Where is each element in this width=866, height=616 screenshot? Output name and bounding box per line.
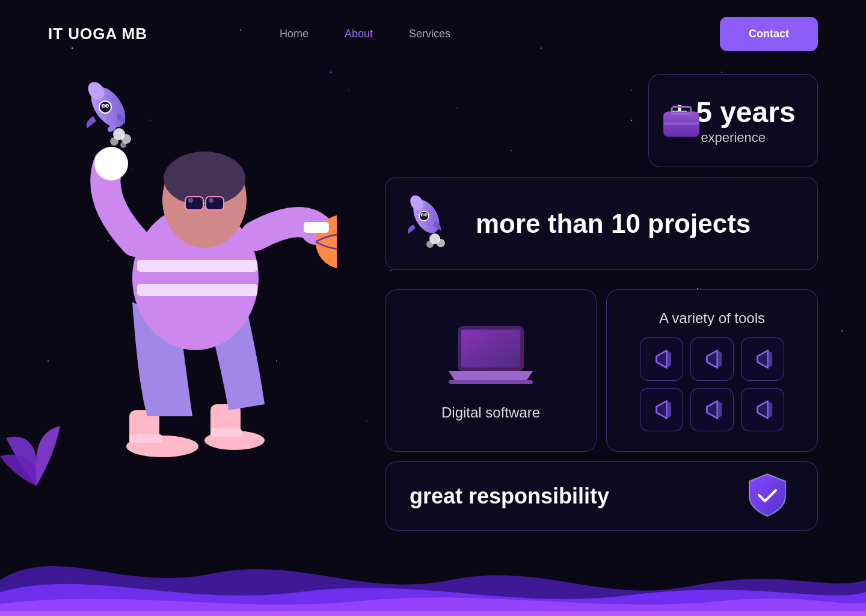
contact-button[interactable]: Contact — [720, 17, 818, 51]
shield-icon — [742, 469, 793, 523]
software-card: Digital software — [385, 289, 597, 452]
svg-point-57 — [164, 152, 245, 206]
projects-card: more than 10 projects — [385, 177, 818, 270]
svg-point-75 — [437, 239, 445, 247]
nav-about[interactable]: About — [345, 28, 373, 40]
svg-point-73 — [425, 214, 426, 215]
svg-rect-84 — [461, 330, 520, 368]
tool-icon-3[interactable] — [741, 337, 784, 381]
svg-rect-52 — [137, 284, 257, 296]
svg-rect-49 — [210, 404, 241, 443]
experience-card: + 5 years experience — [648, 74, 818, 167]
nav-home[interactable]: Home — [280, 28, 309, 40]
tool-icon-1[interactable] — [640, 337, 683, 381]
svg-rect-64 — [304, 222, 329, 233]
briefcase-icon — [659, 97, 704, 144]
nav-services[interactable]: Services — [409, 28, 450, 40]
svg-point-39 — [103, 105, 105, 107]
responsibility-text: great responsibility — [410, 484, 609, 509]
svg-point-61 — [188, 198, 193, 203]
svg-point-45 — [120, 142, 126, 148]
svg-rect-63 — [96, 159, 126, 170]
svg-rect-58 — [185, 197, 203, 210]
plant-decoration — [0, 366, 72, 488]
row-mid: Digital software A variety of tools — [385, 280, 818, 452]
svg-point-36 — [99, 101, 111, 113]
svg-point-69 — [419, 211, 429, 221]
software-label: Digital software — [441, 404, 540, 421]
svg-rect-65 — [129, 434, 162, 443]
svg-point-44 — [110, 137, 118, 146]
left-section — [48, 68, 385, 531]
nav-links: Home About Services — [280, 28, 450, 40]
tool-icon-6[interactable] — [741, 388, 784, 431]
svg-point-40 — [106, 105, 108, 107]
svg-rect-59 — [206, 197, 224, 210]
svg-rect-66 — [210, 428, 242, 437]
svg-rect-80 — [663, 122, 699, 125]
projects-text: more than 10 projects — [476, 209, 751, 239]
tools-icons-grid — [640, 337, 784, 431]
tool-icon-5[interactable] — [690, 388, 734, 431]
svg-rect-85 — [449, 380, 533, 384]
svg-rect-33 — [0, 611, 866, 616]
laptop-icon — [446, 320, 536, 395]
svg-point-76 — [426, 241, 434, 248]
row-bot: great responsibility — [385, 461, 818, 531]
main-content: more than 10 projects — [0, 68, 866, 531]
experience-sub: experience — [701, 130, 766, 146]
svg-point-72 — [422, 214, 423, 215]
bento-grid: more than 10 projects — [385, 68, 818, 531]
responsibility-card: great responsibility — [385, 461, 818, 531]
svg-point-62 — [209, 198, 213, 203]
rocket-illustration — [66, 74, 144, 152]
brand-logo: IT UOGA MB — [48, 25, 147, 43]
tools-title: A variety of tools — [659, 310, 765, 327]
tools-card: A variety of tools — [606, 289, 818, 452]
tool-icon-4[interactable] — [640, 388, 683, 431]
card-rocket-icon — [392, 189, 458, 258]
row-top: more than 10 projects — [385, 74, 818, 270]
tool-icon-2[interactable] — [690, 337, 734, 381]
svg-rect-51 — [137, 260, 257, 272]
